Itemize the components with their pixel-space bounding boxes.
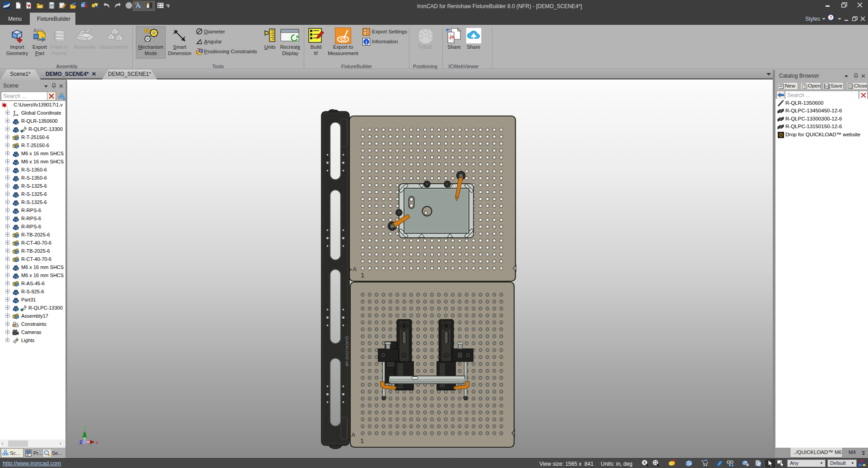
svg-text:.js: .js — [449, 34, 454, 39]
svg-text:Z: Z — [79, 440, 82, 445]
svg-text:1: 1 — [361, 271, 364, 279]
svg-text:A: A — [351, 431, 356, 438]
svg-text:A: A — [353, 266, 357, 273]
svg-text:Y: Y — [83, 426, 86, 431]
svg-text:x: x — [96, 440, 98, 445]
svg-text:1: 1 — [360, 437, 364, 445]
svg-text:?: ? — [830, 15, 832, 20]
svg-text:QUICKLOAD rail: QUICKLOAD rail — [345, 336, 349, 366]
svg-text:i: i — [366, 39, 367, 45]
